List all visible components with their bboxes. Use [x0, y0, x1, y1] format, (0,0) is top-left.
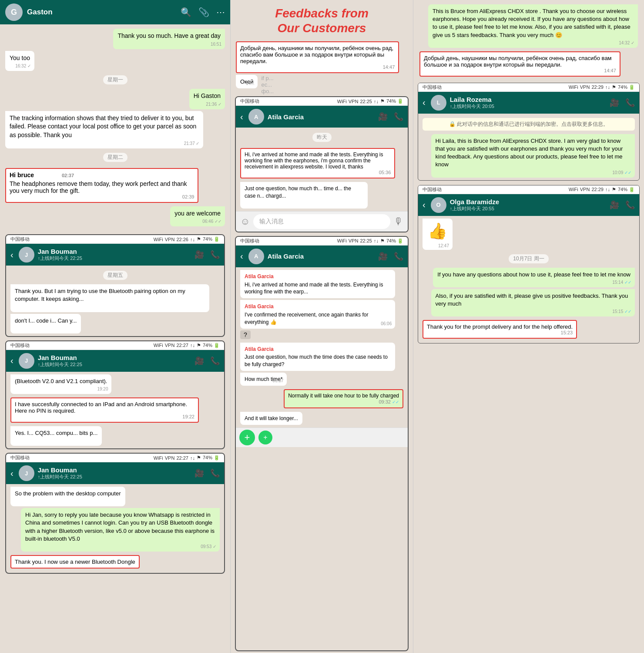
msg-time: 06:46 ✓✓: [202, 219, 221, 225]
header-icons: 🎥 📞: [610, 98, 635, 108]
phone-laila: 中国移动 WiFi VPN 22:29 ↑↓ ⚑ 74% 🔋 ‹ L Laila…: [418, 83, 640, 181]
emoji-icon[interactable]: ☺: [240, 216, 250, 227]
day-separator-2: 星期二: [103, 153, 127, 162]
msg-time: 14:32 ✓: [619, 40, 634, 46]
video-icon[interactable]: 🎥: [378, 252, 388, 261]
avatar: A: [248, 249, 264, 264]
phone-frame-jan3: 中国移动 WiFi VPN 22:27 ↑↓ ⚑ 74% 🔋 ‹ J Jan B…: [5, 453, 225, 574]
contact-status: ↑上线时间今天 22:25: [38, 255, 191, 262]
plus-button[interactable]: +: [239, 430, 255, 445]
msg-time: 09:32 ✓✓: [288, 399, 399, 405]
msg-time: 02:39: [10, 194, 194, 199]
bubble-longer: And it will take longer...: [240, 412, 302, 425]
msg-text: Hi bruce 02:37: [10, 172, 194, 178]
video-icon[interactable]: 🎥: [378, 112, 388, 121]
wifi-icon: WiFi: [337, 238, 347, 243]
add-button[interactable]: +: [258, 431, 272, 444]
mic-icon[interactable]: 🎙: [394, 216, 403, 227]
contact-info: Jan Bouman ↑上线时间今天 22:25: [38, 466, 191, 480]
signal-icon: ↑↓: [605, 187, 610, 192]
mid-top-chat: Добрый день, наушники мы получили, ребён…: [231, 40, 413, 94]
vpn-icon: VPN: [165, 237, 175, 242]
msg-text: Hi, i've arrived at home and made all th…: [245, 151, 383, 170]
msg-time: 19:20: [97, 386, 108, 392]
call-icon[interactable]: 📞: [625, 98, 635, 108]
encrypted-notice: 🔒 此对话中的信息和通话已进行端到端的加密。点击获取更多信息。: [423, 118, 635, 131]
msg-text: Just one question, how much the time doe…: [245, 354, 388, 367]
phone-frame-jan1: 中国移动 WiFi VPN 22:26 ↑↓ ⚑ 74% 🔋 ‹ J Jan B…: [5, 234, 225, 337]
day-sep: 昨天: [312, 133, 332, 142]
ok-row: Окей 14:.. if p...ec...фо...: [236, 75, 408, 94]
call-icon[interactable]: 📞: [394, 112, 403, 121]
msg-text: The tracking information shows that they…: [10, 114, 196, 138]
msg-time: 15:14 ✓✓: [612, 279, 631, 286]
avatar: L: [431, 95, 446, 111]
bubble-out-bruce: This is Bruce from AliExpress CHDX store…: [428, 4, 638, 48]
call-icon[interactable]: 📞: [210, 356, 220, 366]
status-bar-atila1: 中国移动 WiFi VPN 22:25 ↑↓ ⚑ 74% 🔋: [236, 97, 408, 106]
carrier: 中国移动: [10, 236, 30, 242]
status-bar: 中国移动 WiFi VPN 22:26 ↑↓ ⚑ 74% 🔋: [6, 235, 224, 244]
back-icon[interactable]: ‹: [423, 200, 426, 210]
video-icon[interactable]: 🎥: [195, 468, 204, 478]
video-icon[interactable]: 🎥: [195, 356, 204, 366]
phone-atila2: 中国移动 WiFi VPN 22:25 ↑↓ ⚑ 74% 🔋 ‹ A Atila…: [235, 236, 409, 651]
carrier: 中国移动: [240, 238, 259, 244]
msg-text: Thank you. But I am trying to use the Bl…: [15, 288, 185, 302]
call-icon[interactable]: 📞: [210, 250, 220, 259]
battery-display: 74% 🔋: [618, 187, 635, 192]
attach-icon[interactable]: 📎: [198, 7, 209, 17]
right-top-chat: This is Bruce from AliExpress CHDX store…: [413, 0, 644, 50]
top-chat-area: Thank you so much. Have a great day 16:5…: [0, 24, 230, 231]
message-input[interactable]: 输入消息: [253, 214, 390, 229]
input-bar-atila1: ☺ 输入消息 🎙: [236, 211, 408, 232]
wifi-icon: WiFi: [154, 237, 163, 242]
msg-text: Thank you so much. Have a great day: [117, 32, 221, 39]
wifi-icon: WiFi: [154, 343, 163, 348]
wifi-icon: WiFi: [569, 84, 578, 90]
header-icons: 🎥 📞: [195, 356, 220, 366]
back-icon[interactable]: ‹: [10, 468, 13, 478]
back-icon[interactable]: ‹: [10, 250, 13, 260]
call-icon[interactable]: 📞: [394, 252, 403, 261]
battery-display: 74% 🔋: [386, 238, 403, 244]
contact-name: Gaston: [27, 8, 176, 17]
video-icon[interactable]: 🎥: [610, 98, 619, 108]
partial-text: if p...ec...фо...: [261, 75, 274, 94]
call-icon[interactable]: 📞: [210, 468, 220, 478]
contact-status: ↑上线时间今天 20:55: [450, 205, 606, 212]
msg-text: Yes. I... CQ53... compu... bits p...: [15, 430, 97, 436]
back-icon[interactable]: ‹: [423, 98, 426, 108]
back-icon[interactable]: ‹: [10, 356, 13, 366]
msg-time: 15:15 ✓✓: [612, 309, 631, 315]
phone-frame-jan2: 中国移动 WiFi VPN 22:27 ↑↓ ⚑ 74% 🔋 ‹ J Jan B…: [5, 340, 225, 449]
video-icon[interactable]: 🎥: [195, 250, 204, 259]
status-icons: WiFi VPN 22:26 ↑↓ ⚑ 74% 🔋: [154, 236, 220, 242]
back-icon[interactable]: ‹: [240, 112, 243, 122]
contact-info: Olga Baramidze ↑上线时间今天 20:55: [450, 198, 606, 212]
vpn-icon: VPN: [580, 187, 590, 192]
video-icon[interactable]: 🎥: [610, 200, 619, 210]
search-icon[interactable]: 🔍: [181, 7, 191, 17]
avatar: J: [19, 465, 34, 481]
red-outlined-bubble: Hi bruce 02:37 The headphones remove the…: [5, 168, 198, 203]
status-bar-laila: 中国移动 WiFi VPN 22:29 ↑↓ ⚑ 74% 🔋: [418, 83, 639, 92]
sub-header-jan1: ‹ J Jan Bouman ↑上线时间今天 22:25 🎥 📞: [6, 244, 224, 266]
msg-text: And it will take longer...: [245, 415, 298, 421]
contact-status: ↑上线时间今天 20:05: [450, 103, 606, 110]
more-icon[interactable]: ⋯: [216, 7, 225, 17]
atila2-input-bar: + +: [236, 427, 408, 447]
avatar: J: [19, 247, 34, 263]
bubble-jan1: Thank you. But I am trying to use the Bl…: [10, 284, 209, 312]
carrier: 中国移动: [423, 186, 442, 193]
red-bubble-charging: Normally it will take one hour to be ful…: [284, 389, 403, 408]
call-icon[interactable]: 📞: [625, 200, 635, 210]
avatar: G: [5, 3, 23, 21]
back-icon[interactable]: ‹: [240, 251, 243, 261]
sticker: ?: [240, 330, 251, 339]
msg-text: Добрый день, наушники мы получили, ребён…: [240, 45, 393, 64]
sub-header-jan2: ‹ J Jan Bouman ↑上线时间今天 22:25 🎥 📞: [6, 350, 224, 372]
sub-header-olga: ‹ O Olga Baramidze ↑上线时间今天 20:55 🎥 📞: [418, 194, 639, 216]
bubble-truncated: Yes. I... CQ53... compu... bits p...: [10, 426, 102, 446]
time-display: 22:27: [176, 343, 188, 348]
